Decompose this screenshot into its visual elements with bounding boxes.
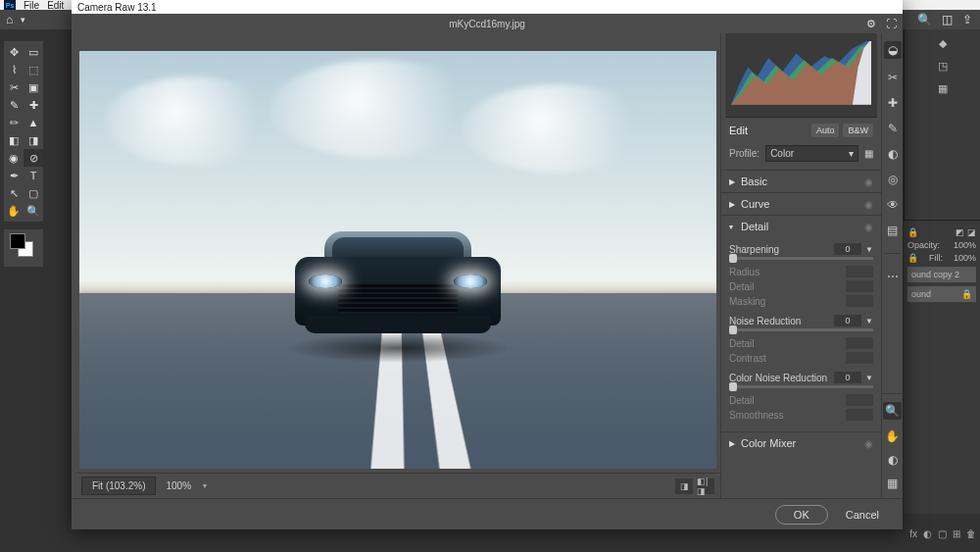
radial-icon[interactable]: ◎ [888, 173, 898, 186]
grid-icon[interactable]: ▦ [887, 477, 898, 490]
trash-icon[interactable]: 🗑 [966, 528, 976, 544]
bw-button[interactable]: B&W [843, 124, 873, 137]
eyedropper-tool-icon[interactable]: ✎ [4, 96, 24, 114]
gradient-icon[interactable]: ◐ [888, 147, 898, 161]
more-icon[interactable]: ⋯ [887, 270, 899, 283]
auto-button[interactable]: Auto [811, 124, 840, 137]
dodge-tool-icon[interactable]: ⊘ [24, 149, 43, 167]
home-icon[interactable]: ⌂ [6, 13, 13, 26]
hand-tool-icon[interactable]: ✋ [4, 202, 24, 220]
nr-contrast-value[interactable] [846, 352, 873, 364]
eye-icon[interactable]: ◉ [864, 199, 873, 210]
share-icon[interactable]: ⇪ [962, 13, 972, 26]
disclosure-icon[interactable]: ▼ [865, 374, 873, 382]
sharpening-slider[interactable] [729, 257, 873, 260]
shape-tool-icon[interactable]: ▢ [24, 184, 43, 202]
cancel-button[interactable]: Cancel [840, 506, 885, 524]
radius-value[interactable] [846, 266, 873, 277]
detail-value[interactable] [846, 280, 873, 292]
section-basic[interactable]: ▶ Basic ◉ [721, 171, 881, 192]
zoom-100-button[interactable]: 100% [156, 477, 201, 494]
edit-icon[interactable]: ◒ [884, 41, 902, 59]
toggle-icon[interactable]: ◐ [888, 453, 898, 467]
lock-row-icon[interactable]: 🔒 [907, 253, 918, 263]
ps-app-icon: Ps [4, 0, 16, 10]
move-tool-icon[interactable]: ✥ [4, 43, 24, 61]
lasso-tool-icon[interactable]: ⌇ [4, 61, 24, 78]
cn-smooth-value[interactable] [846, 409, 873, 421]
blur-tool-icon[interactable]: ◉ [4, 149, 24, 167]
redeye-icon[interactable]: 👁 [887, 198, 899, 212]
sharpening-value[interactable]: 0 [834, 243, 861, 255]
zoom-icon[interactable]: 🔍 [883, 402, 902, 420]
preset-icon[interactable]: ▤ [887, 224, 898, 237]
fx-icon[interactable]: fx [909, 528, 917, 544]
path-tool-icon[interactable]: ↖ [4, 184, 24, 202]
chevron-down-icon[interactable]: ▾ [21, 15, 25, 25]
color-noise-value[interactable]: 0 [834, 372, 861, 383]
ok-button[interactable]: OK [775, 505, 828, 525]
section-curve[interactable]: ▶ Curve ◉ [721, 193, 881, 215]
opacity-value[interactable]: 100% [954, 240, 976, 250]
masking-value[interactable] [846, 295, 873, 307]
image-preview[interactable] [79, 51, 716, 469]
cn-detail-value[interactable] [846, 394, 873, 406]
selection-tool-icon[interactable]: ⬚ [24, 61, 43, 78]
layer-icons[interactable]: ◩ ◪ [956, 227, 976, 237]
healing-tool-icon[interactable]: ✚ [24, 96, 43, 114]
type-tool-icon[interactable]: T [24, 167, 43, 184]
heal-icon[interactable]: ✚ [888, 96, 898, 110]
marquee-tool-icon[interactable]: ▭ [24, 43, 43, 61]
fullscreen-icon[interactable]: ⛶ [886, 18, 897, 30]
layer-item[interactable]: ound copy 2 [907, 267, 976, 282]
disclosure-icon[interactable]: ▼ [865, 245, 873, 254]
edit-header: Edit Auto B&W [721, 118, 881, 143]
pen-tool-icon[interactable]: ✒ [4, 167, 24, 184]
lock-icon[interactable]: 🔒 [907, 227, 918, 237]
crop-tool-icon[interactable]: ✂ [4, 78, 24, 96]
folder-icon[interactable]: ▢ [938, 528, 947, 544]
brush-icon[interactable]: ✎ [888, 122, 898, 135]
menu-file[interactable]: File [24, 0, 39, 11]
crop-icon[interactable]: ✂ [888, 71, 898, 84]
color-swatches[interactable] [4, 229, 43, 267]
layer-item[interactable]: ound🔒 [907, 286, 976, 302]
stamp-tool-icon[interactable]: ▲ [24, 114, 43, 131]
gear-icon[interactable]: ⚙ [866, 18, 876, 30]
eye-icon[interactable]: ◉ [864, 176, 873, 187]
hand-icon[interactable]: ✋ [885, 429, 900, 443]
brush-tool-icon[interactable]: ✏ [4, 114, 24, 131]
color-noise-slider[interactable] [729, 385, 873, 388]
preview-column: Fit (103.2%) 100% ▾ ◨ ◧|◨ [72, 33, 720, 498]
noise-reduction-value[interactable]: 0 [834, 315, 861, 326]
mask-icon[interactable]: ◐ [923, 528, 932, 544]
eraser-tool-icon[interactable]: ◧ [4, 131, 24, 149]
new-layer-icon[interactable]: ⊞ [953, 528, 960, 544]
chevron-down-icon[interactable]: ▾ [203, 481, 207, 490]
section-color-mixer[interactable]: ▶ Color Mixer ◉ [721, 432, 881, 454]
profile-select[interactable]: Color▾ [765, 145, 858, 162]
eye-icon[interactable]: ◉ [864, 222, 873, 232]
histogram[interactable] [725, 33, 877, 118]
zoom-fit-button[interactable]: Fit (103.2%) [81, 477, 156, 495]
zoom-tool-icon[interactable]: 🔍 [24, 202, 43, 220]
disclosure-icon[interactable]: ▼ [865, 317, 873, 326]
eye-icon[interactable]: ◉ [864, 438, 873, 449]
split-view-icon[interactable]: ◧|◨ [697, 478, 714, 494]
foreground-color-swatch[interactable] [10, 233, 25, 249]
workspace-icon[interactable]: ◫ [942, 13, 953, 26]
menu-edit[interactable]: Edit [47, 0, 64, 11]
panel-icon[interactable]: ◳ [938, 60, 948, 73]
noise-reduction-slider[interactable] [729, 328, 873, 331]
nr-detail-value[interactable] [846, 337, 873, 349]
search-icon[interactable]: 🔍 [917, 13, 932, 26]
frame-tool-icon[interactable]: ▣ [24, 78, 43, 96]
cn-detail-label: Detail [729, 395, 755, 406]
compare-icon[interactable]: ◨ [675, 478, 693, 494]
profile-browser-icon[interactable]: ▦ [864, 148, 873, 159]
panel-icon[interactable]: ▦ [938, 82, 948, 95]
gradient-tool-icon[interactable]: ◨ [24, 131, 43, 149]
section-detail[interactable]: ▾ Detail ◉ [721, 216, 881, 237]
panel-icon[interactable]: ◆ [939, 37, 947, 50]
fill-value[interactable]: 100% [954, 253, 976, 263]
